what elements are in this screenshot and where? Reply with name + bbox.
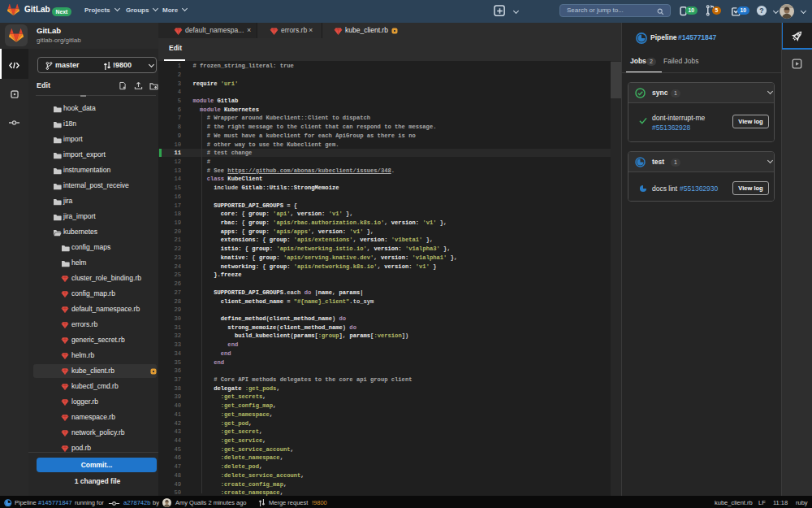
svg-text:?: ? xyxy=(759,7,763,15)
